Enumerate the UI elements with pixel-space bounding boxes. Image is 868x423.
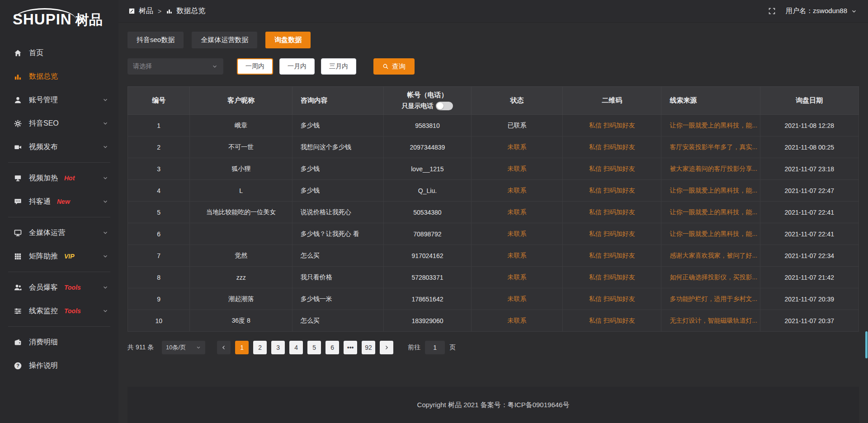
sidebar-item-label: 会员爆客 — [29, 283, 58, 292]
cell-qrcode-link[interactable]: 私信 扫码加好友 — [563, 223, 661, 245]
cell-nickname: L — [190, 180, 292, 202]
range-one-month-button[interactable]: 一月内 — [279, 58, 315, 75]
cell-source-link[interactable]: 让你一眼就爱上的黑科技，能... — [661, 180, 760, 202]
date-range-group: 一周内 一月内 三月内 — [237, 58, 356, 75]
svg-text:?: ? — [16, 363, 19, 368]
fullscreen-icon[interactable] — [768, 7, 776, 15]
brand-name-cn: 树品 — [75, 11, 103, 29]
page-button-4[interactable]: 4 — [289, 341, 303, 354]
cell-content: 多少钱 — [292, 115, 383, 136]
cell-qrcode-link[interactable]: 私信 扫码加好友 — [563, 267, 661, 288]
cell-content: 多少钱一米 — [292, 288, 383, 310]
phone-only-toggle[interactable] — [436, 102, 453, 110]
sidebar-nav: 首页 数据总览 账号管理 抖音SEO 视频发布 视频加热 Hot — [0, 41, 118, 377]
sidebar-item-video-heat[interactable]: 视频加热 Hot — [0, 166, 118, 190]
breadcrumb: 树品 > 数据总览 — [128, 6, 205, 16]
sidebar-item-label: 抖音SEO — [29, 119, 59, 128]
breadcrumb-current[interactable]: 数据总览 — [176, 6, 205, 16]
top-header: 树品 > 数据总览 用户名：zswodun88 — [118, 0, 868, 23]
cell-source-link[interactable]: 让你一眼就爱上的黑科技，能... — [661, 223, 760, 245]
cell-source-link[interactable]: 感谢大家喜欢我家，被问了好... — [661, 245, 760, 267]
table-row: 1 峨章 多少钱 9583810 已联系 私信 扫码加好友 让你一眼就爱上的黑科… — [128, 115, 859, 136]
filter-bar: 请选择 一周内 一月内 三月内 查询 — [127, 58, 859, 75]
cell-account: 572803371 — [383, 267, 471, 288]
cell-source-link[interactable]: 客厅安装投影半年多了，真实... — [661, 136, 760, 158]
sidebar-item-home[interactable]: 首页 — [0, 41, 118, 65]
cell-nickname — [190, 223, 292, 245]
sidebar-item-instructions[interactable]: ? 操作说明 — [0, 354, 118, 377]
page-button-5[interactable]: 5 — [307, 341, 321, 354]
new-badge: New — [57, 198, 70, 205]
sidebar-item-data-overview[interactable]: 数据总览 — [0, 65, 118, 88]
chevron-left-icon — [221, 345, 226, 350]
cell-content: 多少钱？让我死心 看 — [292, 223, 383, 245]
sidebar-item-account[interactable]: 账号管理 — [0, 88, 118, 112]
goto-page-input[interactable] — [425, 341, 445, 354]
sidebar-item-expense-detail[interactable]: 消费明细 — [0, 330, 118, 354]
page-button-92[interactable]: 92 — [362, 341, 375, 354]
chevron-down-icon — [102, 144, 108, 150]
cell-date: 2021-11-07 22:41 — [760, 223, 859, 245]
cell-no: 7 — [128, 245, 190, 267]
sidebar-item-member-burst[interactable]: 会员爆客 Tools — [0, 276, 118, 299]
cell-account: love__1215 — [383, 158, 471, 180]
next-page-button[interactable] — [380, 341, 393, 354]
user-menu[interactable]: 用户名：zswodun88 — [786, 7, 857, 15]
tab-inquiry-data[interactable]: 询盘数据 — [265, 32, 311, 48]
page-button-1[interactable]: 1 — [235, 341, 249, 354]
chevron-down-icon — [196, 345, 201, 350]
sidebar-item-omnimedia[interactable]: 全媒体运营 — [0, 221, 118, 244]
cell-source-link[interactable]: 如何正确选择投影仪，买投影... — [661, 267, 760, 288]
page-button-3[interactable]: 3 — [271, 341, 285, 354]
page-button-2[interactable]: 2 — [253, 341, 267, 354]
account-select[interactable]: 请选择 — [127, 58, 223, 75]
cell-content: 怎么买 — [292, 245, 383, 267]
sidebar-item-douketong[interactable]: 抖客通 New — [0, 190, 118, 213]
breadcrumb-root[interactable]: 树品 — [139, 6, 153, 16]
goto-label: 前往 — [408, 343, 420, 352]
sidebar-item-matrix-boost[interactable]: 矩阵助推 VIP — [0, 244, 118, 268]
cell-qrcode-link[interactable]: 私信 扫码加好友 — [563, 136, 661, 158]
sidebar-item-lead-monitor[interactable]: 线索监控 Tools — [0, 299, 118, 323]
cell-qrcode-link[interactable]: 私信 扫码加好友 — [563, 115, 661, 136]
tab-omnimedia-data[interactable]: 全媒体运营数据 — [192, 32, 257, 48]
col-header-account-label: 帐号（电话） — [407, 91, 448, 99]
cell-status: 未联系 — [471, 267, 562, 288]
range-one-week-button[interactable]: 一周内 — [237, 58, 273, 75]
tab-douyin-seo-data[interactable]: 抖音seo数据 — [127, 32, 184, 48]
cell-qrcode-link[interactable]: 私信 扫码加好友 — [563, 180, 661, 202]
scrollbar-thumb[interactable] — [865, 331, 868, 358]
cell-no: 8 — [128, 267, 190, 288]
pagination-bar: 共 911 条 10条/页 1 2 3 4 5 6 ••• 92 前往 页 — [127, 341, 859, 354]
cell-date: 2021-11-07 20:37 — [760, 310, 859, 332]
footer: Copyright 树品 2021 备案号：粤ICP备09019646号 — [127, 387, 859, 423]
cell-qrcode-link[interactable]: 私信 扫码加好友 — [563, 158, 661, 180]
chevron-down-icon — [102, 97, 108, 103]
cell-qrcode-link[interactable]: 私信 扫码加好友 — [563, 310, 661, 332]
cell-nickname: 峨章 — [190, 115, 292, 136]
page-ellipsis-button[interactable]: ••• — [344, 341, 357, 354]
cell-source-link[interactable]: 无主灯设计，智能磁吸轨道灯... — [661, 310, 760, 332]
sidebar-item-douyin-seo[interactable]: 抖音SEO — [0, 112, 118, 135]
prev-page-button[interactable] — [217, 341, 231, 354]
cell-qrcode-link[interactable]: 私信 扫码加好友 — [563, 245, 661, 267]
query-button[interactable]: 查询 — [373, 58, 415, 75]
cell-nickname: 狐小狸 — [190, 158, 292, 180]
sidebar: SHUPIN 树品 首页 数据总览 账号管理 抖音SEO 视频发布 — [0, 0, 118, 423]
cell-content: 我只看价格 — [292, 267, 383, 288]
sidebar-item-label: 矩阵助推 — [29, 252, 58, 261]
page-size-select[interactable]: 10条/页 — [162, 341, 205, 354]
sidebar-item-video-publish[interactable]: 视频发布 — [0, 135, 118, 159]
cell-qrcode-link[interactable]: 私信 扫码加好友 — [563, 202, 661, 223]
cell-content: 我想问这个多少钱 — [292, 136, 383, 158]
cell-qrcode-link[interactable]: 私信 扫码加好友 — [563, 288, 661, 310]
cell-source-link[interactable]: 被大家追着问的客厅投影分享... — [661, 158, 760, 180]
cell-account: Q_Liu. — [383, 180, 471, 202]
range-three-month-button[interactable]: 三月内 — [321, 58, 356, 75]
cell-source-link[interactable]: 让你一眼就爱上的黑科技，能... — [661, 202, 760, 223]
cell-source-link[interactable]: 多功能护栏灯，适用于乡村文... — [661, 288, 760, 310]
page-button-6[interactable]: 6 — [326, 341, 339, 354]
cell-account: 178651642 — [383, 288, 471, 310]
cell-no: 10 — [128, 310, 190, 332]
cell-source-link[interactable]: 让你一眼就爱上的黑科技，能... — [661, 115, 760, 136]
